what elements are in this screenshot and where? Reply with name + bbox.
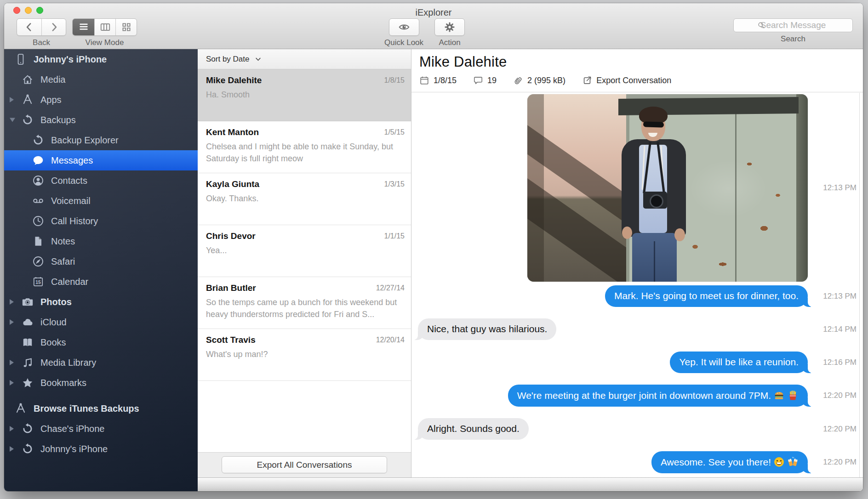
sidebar-item-media-library[interactable]: Media Library [4,352,198,373]
traffic-lights [13,7,43,14]
sidebar-item-notes[interactable]: Notes [4,231,198,251]
itunes-backups-icon [15,403,27,414]
photo-scene-part [622,227,632,239]
svg-text:15: 15 [35,280,41,285]
conversation-preview: Yea... [206,244,405,256]
conversation-date: 1/3/15 [384,180,405,188]
conversation-preview: What's up man!? [206,348,405,360]
sidebar-item-safari[interactable]: Safari [4,251,198,272]
forward-button[interactable] [41,19,66,35]
message-row: 12:13 PM [411,94,863,282]
sidebar-item-call-history[interactable]: Call History [4,211,198,231]
sidebar-item-backup-explorer[interactable]: Backup Explorer [4,130,198,150]
conversation-row-mike-dalehite[interactable]: Mike Dalehite1/8/15Ha. Smooth [198,69,411,121]
conversation-row-chris-devor[interactable]: Chris Devor1/1/15Yea... [198,225,411,277]
sidebar-item-backups[interactable]: Backups [4,110,198,130]
conversation-row-brian-butler[interactable]: Brian Butler12/27/14So the temps came up… [198,277,411,329]
backup-icon [32,134,44,146]
message-count: 19 [487,76,497,85]
call-history-icon [32,215,44,227]
conversation-name: Brian Butler [206,283,405,293]
sidebar-item-contacts[interactable]: Contacts [4,170,198,191]
sidebar-item-media[interactable]: Media [4,69,198,90]
sidebar-item-apps[interactable]: Apps [4,90,198,110]
sidebar-item-photos[interactable]: Photos [4,292,198,312]
photo-attachment[interactable] [527,94,808,282]
conversation-list-column: Sort by Date Mike Dalehite1/8/15Ha. Smoo… [198,49,411,477]
conversation-title: Mike Dalehite [419,54,863,70]
view-mode-columns-button[interactable] [94,19,115,35]
sidebar-item-browse-itunes-backups[interactable]: Browse iTunes Backups [4,398,198,419]
disclosure-triangle-icon[interactable] [10,299,14,305]
minimize-button[interactable] [25,7,32,14]
sidebar-item-label: Media Library [40,357,96,368]
disclosure-triangle-icon[interactable] [10,426,14,431]
beers-emoji [787,456,799,468]
media-library-icon [22,357,34,369]
toolbar: iExplorer Back [4,3,863,49]
conversation-row-kayla-giunta[interactable]: Kayla Giunta1/3/15Okay. Thanks. [198,173,411,225]
back-label: Back [33,38,50,47]
sort-by-date-control[interactable]: Sort by Date [198,49,411,69]
action-button[interactable] [434,18,465,36]
disclosure-triangle-icon[interactable] [10,118,15,122]
quick-look-label: Quick Look [384,38,423,47]
sidebar-item-bookmarks[interactable]: Bookmarks [4,373,198,393]
view-mode-group [72,18,137,36]
message-thread: 12:13 PMMark. He's going to meet us for … [411,93,863,477]
sidebar-item-voicemail[interactable]: Voicemail [4,191,198,211]
photo-scene-part [674,228,685,241]
conversation-date: 1/8/15 [434,76,457,85]
view-mode-grid-button[interactable] [115,19,137,35]
message-text: Yep. It will be like a reunion. [679,357,799,367]
disclosure-triangle-icon[interactable] [10,446,14,452]
sidebar: Johnny's iPhoneMediaAppsBackupsBackup Ex… [4,49,198,491]
export-conversation-button[interactable]: Export Conversation [582,75,671,85]
view-mode-list-button[interactable] [73,19,94,35]
back-button[interactable] [17,19,41,35]
disclosure-triangle-icon[interactable] [10,319,14,325]
chevron-left-icon [23,21,35,33]
sidebar-item-books[interactable]: Books [4,332,198,352]
photo-scene-part [796,94,808,282]
conversation-date: 1/8/15 [384,76,405,85]
export-all-conversations-button[interactable]: Export All Conversations [222,456,387,473]
conversation-header: Mike Dalehite 1/8/15 19 2 (995 kB) Expor… [411,49,863,92]
sort-label: Sort by Date [206,55,250,64]
attachments-count: 2 (995 kB) [527,76,565,85]
quick-look-button[interactable] [389,18,419,36]
conversation-name: Kayla Giunta [206,179,405,189]
disclosure-triangle-icon[interactable] [10,380,14,386]
sidebar-item-messages[interactable]: Messages [4,150,198,170]
sidebar-item-label: Apps [40,95,62,105]
hamburger-emoji [773,390,785,401]
disclosure-triangle-icon[interactable] [10,97,14,102]
sidebar-item-label: Contacts [51,176,87,186]
conversation-row-kent-manton[interactable]: Kent Manton1/5/15Chelsea and I might be … [198,121,411,173]
message-text: Awesome. See you there! [661,457,771,467]
sidebar-item-johnny-s-iphone[interactable]: Johnny's iPhone [4,49,198,69]
message-timestamp: 12:20 PM [823,458,857,467]
photos-icon [22,296,34,308]
zoom-button[interactable] [36,7,43,14]
message-text: Mark. He's going to meet us for dinner, … [614,290,799,301]
disclosure-triangle-icon[interactable] [10,360,14,365]
sidebar-item-label: Chase's iPhone [40,424,104,434]
close-button[interactable] [13,7,20,14]
sidebar-item-calendar[interactable]: 15Calendar [4,272,198,292]
conversation-row-scott-travis[interactable]: Scott Travis12/20/14What's up man!? [198,329,411,381]
message-row: We're meeting at the burger joint in dow… [411,385,863,407]
sidebar-item-label: iCloud [40,317,67,328]
apps-icon [22,94,34,106]
smiley-emoji [773,456,785,468]
attachments-stat: 2 (995 kB) [513,75,565,85]
sidebar-item-johnny-s-iphone[interactable]: Johnny's iPhone [4,439,198,459]
contacts-icon [32,175,44,187]
message-row: Mark. He's going to meet us for dinner, … [411,285,863,307]
message-timestamp: 12:20 PM [823,391,857,400]
sidebar-item-chase-s-iphone[interactable]: Chase's iPhone [4,419,198,439]
search-input[interactable] [733,18,853,32]
sidebar-item-icloud[interactable]: iCloud [4,312,198,332]
gear-icon [444,21,456,33]
notes-icon [32,235,44,247]
